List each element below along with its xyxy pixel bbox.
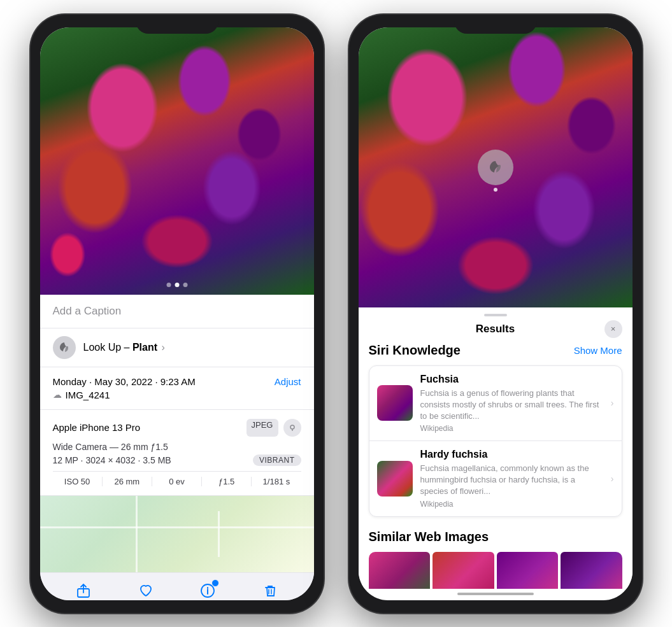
jpeg-badge: JPEG [247,419,278,437]
svg-point-0 [290,425,294,429]
dot-3 [183,283,187,287]
heart-button[interactable] [136,581,156,600]
leaf-visual-icon [487,159,504,176]
results-sheet: Results × Siri Knowledge Show More [359,307,633,589]
fuchsia-source: Wikipedia [420,424,603,433]
filename-text: IMG_4241 [66,390,110,400]
dot-2 [175,283,179,287]
similar-title: Similar Web Images [369,530,622,544]
right-phone-screen: Results × Siri Knowledge Show More [359,27,633,600]
results-content[interactable]: Siri Knowledge Show More Fuchsia [359,343,633,589]
date-text: Monday · May 30, 2022 · 9:23 AM [53,376,196,387]
similar-section: Similar Web Images [369,530,622,589]
left-phone: Add a Caption Look Up – Plant › [31,15,324,613]
info-section: Monday · May 30, 2022 · 9:23 AM Adjust ☁… [40,367,314,410]
left-phone-screen: Add a Caption Look Up – Plant › [40,27,314,600]
app-container: Add a Caption Look Up – Plant › [18,2,655,626]
hardy-thumb-image [377,461,413,497]
right-phone: Results × Siri Knowledge Show More [349,15,642,613]
image-dots [166,283,187,287]
look-up-label: Look Up – Plant › [83,342,165,353]
badge-row: JPEG [247,419,301,437]
results-title: Results [476,323,515,335]
share-icon [75,582,92,599]
trash-button[interactable] [260,581,280,600]
sheet-handle [484,314,507,316]
map-road-v [136,496,138,572]
exif-mm: 26 mm [103,477,152,486]
caption-area[interactable]: Add a Caption [40,295,314,328]
exif-ev: 0 ev [152,477,202,486]
heart-icon [138,582,154,599]
similar-img-3[interactable] [497,552,559,589]
close-button[interactable]: × [604,320,622,338]
knowledge-item-hardy[interactable]: Hardy fuchsia Fuchsia magellanica, commo… [369,441,622,516]
info-button[interactable] [197,581,218,600]
share-button[interactable] [73,581,94,600]
fuchsia-chevron-icon: › [611,398,614,408]
dot-1 [166,283,171,287]
left-screen-content: Add a Caption Look Up – Plant › [40,27,314,600]
home-indicator-right [457,593,534,595]
siri-knowledge-header: Siri Knowledge Show More [369,343,622,358]
caption-placeholder: Add a Caption [53,305,122,317]
visual-lookup-button[interactable] [478,150,513,185]
fuchsia-thumbnail [377,385,413,421]
fuchsia-text: Fuchsia Fuchsia is a genus of flowering … [420,374,603,433]
phone-notch-right [454,15,537,34]
exif-row: ISO 50 26 mm 0 ev ƒ1.5 1/181 s [53,471,301,486]
exif-shutter: 1/181 s [252,477,301,486]
flower-overlay-left [40,27,314,295]
hardy-thumbnail [377,461,413,497]
map-road-h [40,526,314,528]
knowledge-item-fuchsia[interactable]: Fuchsia Fuchsia is a genus of flowering … [369,366,622,442]
close-icon: × [611,324,616,334]
mp-row: 12 MP · 3024 × 4032 · 3.5 MB VIBRANT [53,454,301,466]
look-up-icon [53,336,76,359]
info-notification-badge [211,579,219,587]
show-more-button[interactable]: Show More [574,345,622,356]
hardy-text: Hardy fuchsia Fuchsia magellanica, commo… [420,449,603,509]
adjust-button[interactable]: Adjust [275,376,301,387]
results-header: Results × [359,320,633,343]
hardy-chevron-icon: › [611,474,614,484]
flower-image-left[interactable] [40,27,314,295]
hardy-source: Wikipedia [420,500,603,509]
siri-knowledge-title: Siri Knowledge [369,343,461,358]
fuchsia-desc: Fuchsia is a genus of flowering plants t… [420,388,603,423]
flower-image-right[interactable] [359,27,633,307]
location-badge-icon [283,419,301,437]
similar-img-1[interactable] [369,552,431,589]
right-screen-content: Results × Siri Knowledge Show More [359,27,633,600]
hardy-desc: Fuchsia magellanica, commonly known as t… [420,463,603,498]
leaf-icon [58,341,71,354]
vibrant-badge: VIBRANT [253,454,301,466]
location-row: ☁ IMG_4241 [53,390,301,400]
map-section[interactable] [40,496,314,572]
hardy-name: Hardy fuchsia [420,449,603,460]
similar-img-2[interactable] [433,552,494,589]
similar-img-4[interactable] [561,552,622,589]
bottom-toolbar [40,572,314,600]
cloud-icon: ☁ [53,390,62,400]
map-road-v2 [218,511,220,557]
exif-iso: ISO 50 [53,477,103,486]
camera-spec: Wide Camera — 26 mm ƒ1.5 [53,442,301,452]
trash-icon [262,582,278,599]
fuchsia-thumb-image [377,385,413,421]
look-up-chevron-icon: › [161,342,164,353]
mp-text: 12 MP · 3024 × 4032 · 3.5 MB [53,455,171,465]
knowledge-card: Fuchsia Fuchsia is a genus of flowering … [369,365,622,517]
device-row: Apple iPhone 13 Pro JPEG [53,419,301,437]
visual-search-dot [494,188,497,192]
date-row: Monday · May 30, 2022 · 9:23 AM Adjust [53,376,301,387]
exif-aperture: ƒ1.5 [202,477,252,486]
location-icon [288,423,297,432]
phone-notch-left [136,15,218,34]
look-up-row[interactable]: Look Up – Plant › [40,328,314,367]
fuchsia-name: Fuchsia [420,374,603,385]
similar-images-row [369,552,622,589]
device-name: Apple iPhone 13 Pro [53,422,141,433]
device-section: Apple iPhone 13 Pro JPEG Wide Camera [40,410,314,496]
